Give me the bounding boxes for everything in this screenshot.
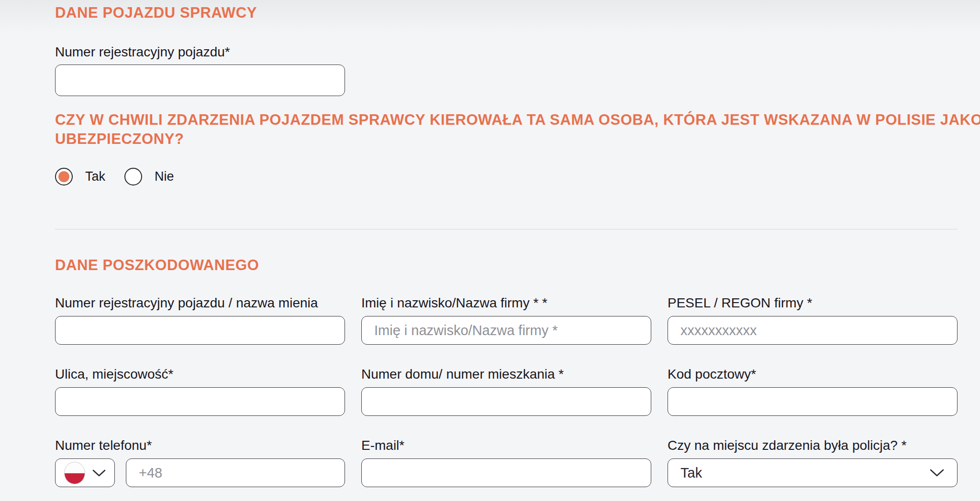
- street-city-label: Ulica, miejscowość*: [55, 366, 345, 382]
- name-company-label: Imię i nazwisko/Nazwa firmy * *: [361, 295, 651, 311]
- email-label: E-mail*: [361, 437, 651, 454]
- section-title-perpetrator-vehicle: DANE POJAZDU SPRAWCY: [55, 0, 958, 22]
- perpetrator-reg-number-label: Numer rejestracyjny pojazdu*: [55, 44, 958, 60]
- chevron-down-icon: [92, 469, 106, 477]
- house-number-label: Numer domu/ numer mieszkania *: [361, 366, 651, 382]
- claim-form: DANE POJAZDU SPRAWCY Numer rejestracyjny…: [0, 0, 980, 487]
- name-company-input[interactable]: [361, 316, 651, 345]
- victim-form-grid: Numer rejestracyjny pojazdu / nazwa mien…: [55, 295, 958, 487]
- field-police: Czy na miejscu zdarzenia była policja? *…: [668, 437, 958, 487]
- driver-question-radio-group: Tak Nie: [55, 168, 958, 185]
- radio-label-nie: Nie: [155, 169, 174, 184]
- field-reg-or-property: Numer rejestracyjny pojazdu / nazwa mien…: [55, 295, 345, 345]
- police-label: Czy na miejscu zdarzenia była policja? *: [668, 437, 958, 454]
- radio-label-tak: Tak: [85, 169, 105, 184]
- email-input[interactable]: [361, 458, 651, 487]
- police-select-value: Tak: [680, 465, 702, 481]
- reg-or-property-input[interactable]: [55, 316, 345, 345]
- postal-code-input[interactable]: [668, 387, 958, 416]
- radio-dot-tak: [58, 171, 69, 182]
- field-postal-code: Kod pocztowy*: [668, 366, 958, 416]
- radio-option-nie[interactable]: Nie: [124, 168, 174, 185]
- street-city-input[interactable]: [55, 387, 345, 416]
- driver-question-line2: UBEZPIECZONY?: [55, 130, 958, 149]
- poland-flag-icon: [64, 462, 85, 484]
- perpetrator-reg-number-input[interactable]: [55, 65, 345, 96]
- field-pesel-regon: PESEL / REGON firmy *: [668, 295, 958, 345]
- phone-row: [55, 458, 345, 487]
- chevron-down-icon: [929, 468, 945, 477]
- police-select[interactable]: Tak: [668, 458, 958, 487]
- house-number-input[interactable]: [361, 387, 651, 416]
- field-name-company: Imię i nazwisko/Nazwa firmy * *: [361, 295, 651, 345]
- field-house-number: Numer domu/ numer mieszkania *: [361, 366, 651, 416]
- phone-country-select[interactable]: [55, 458, 115, 487]
- phone-number-input[interactable]: [126, 458, 345, 487]
- radio-option-tak[interactable]: Tak: [55, 168, 105, 185]
- driver-question-title: CZY W CHWILI ZDARZENIA POJAZDEM SPRAWCY …: [55, 110, 958, 149]
- field-email: E-mail*: [361, 437, 651, 487]
- driver-question-line1: CZY W CHWILI ZDARZENIA POJAZDEM SPRAWCY …: [55, 110, 958, 130]
- radio-dot-nie: [128, 171, 139, 182]
- section-divider: [55, 229, 958, 229]
- postal-code-label: Kod pocztowy*: [668, 366, 958, 382]
- radio-circle-nie-icon[interactable]: [124, 168, 142, 185]
- field-phone: Numer telefonu*: [55, 437, 345, 487]
- radio-circle-tak-icon[interactable]: [55, 168, 73, 185]
- pesel-regon-input[interactable]: [668, 316, 958, 345]
- field-street-city: Ulica, miejscowość*: [55, 366, 345, 416]
- pesel-regon-label: PESEL / REGON firmy *: [668, 295, 958, 311]
- phone-label: Numer telefonu*: [55, 437, 345, 454]
- reg-or-property-label: Numer rejestracyjny pojazdu / nazwa mien…: [55, 295, 345, 311]
- section-title-victim: DANE POSZKODOWANEGO: [55, 256, 958, 274]
